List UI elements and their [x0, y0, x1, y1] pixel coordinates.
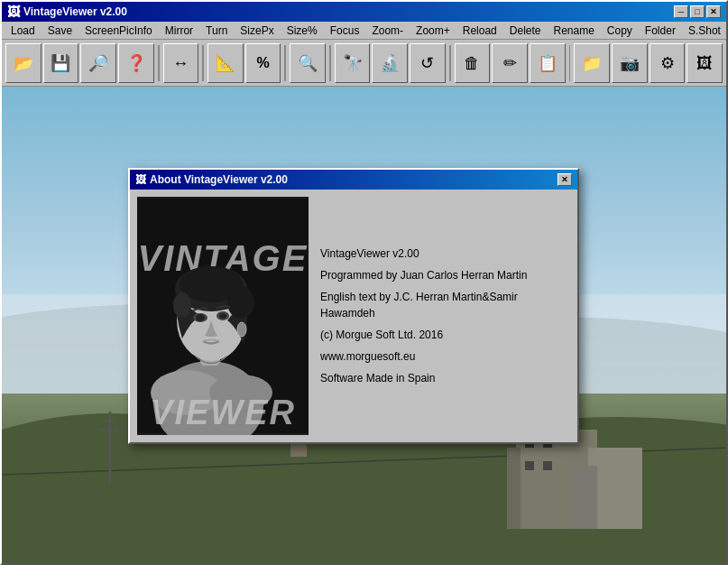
about-title-left: 🖼 About VintageViewer v2.00 — [135, 173, 288, 186]
toolbar-sep3 — [284, 45, 286, 81]
menu-sizepct[interactable]: Size% — [281, 23, 323, 39]
info-icon: 🔎 — [88, 55, 108, 71]
toolbar-sep1 — [158, 45, 160, 81]
toolbar-sizepct-btn[interactable]: % — [245, 43, 281, 83]
menu-focus[interactable]: Focus — [325, 23, 365, 39]
toolbar-folder-btn[interactable]: 📁 — [574, 43, 610, 83]
about-dialog-title-bar: 🖼 About VintageViewer v2.00 ✕ — [130, 170, 577, 190]
mirror-icon: ↔ — [172, 55, 189, 71]
load-icon: 📂 — [14, 55, 33, 71]
toolbar: 📂 💾 🔎 ❓ ↔ 📐 % 🔍 🔭 🔬 — [2, 40, 726, 87]
menu-zoomplus[interactable]: Zoom+ — [410, 23, 456, 39]
toolbar-zoomplus-btn[interactable]: 🔬 — [372, 43, 408, 83]
svg-rect-13 — [570, 466, 597, 529]
zoomplus-icon: 🔬 — [380, 55, 400, 71]
toolbar-sizepx-btn[interactable]: 📐 — [207, 43, 244, 83]
about-dialog-title: About VintageViewer v2.00 — [150, 173, 288, 186]
zoomminus-icon: 🔭 — [343, 55, 363, 71]
toolbar-sep5 — [449, 45, 451, 81]
toolbar-copy-btn[interactable]: 📋 — [530, 43, 566, 83]
save-icon: 💾 — [51, 55, 70, 71]
toolbar-sep6 — [569, 45, 571, 81]
toolbar-rename-btn[interactable]: ✏ — [492, 43, 528, 83]
menu-sshot[interactable]: S.Shot — [683, 23, 726, 39]
about-line-3: English text by J.C. Herran Martin&Samir… — [320, 289, 566, 321]
menu-copy[interactable]: Copy — [602, 23, 638, 39]
rename-icon: ✏ — [503, 55, 517, 71]
background-scene: 🖼 About VintageViewer v2.00 ✕ — [2, 87, 726, 563]
toolbar-reload-btn[interactable]: ↺ — [410, 43, 446, 83]
about-icon: 🖼 — [696, 55, 713, 71]
toolbar-help-btn[interactable]: ❓ — [118, 43, 154, 83]
window-title: VintageViewer v2.00 — [23, 5, 127, 18]
about-dialog-icon: 🖼 — [135, 173, 146, 186]
content-area: 🖼 About VintageViewer v2.00 ✕ — [2, 87, 726, 563]
toolbar-prefs-btn[interactable]: ⚙ — [650, 43, 686, 83]
about-close-button[interactable]: ✕ — [558, 173, 572, 186]
woman-illustration: VINTAGE — [137, 197, 309, 435]
about-dialog: 🖼 About VintageViewer v2.00 ✕ — [128, 168, 579, 444]
menu-sizepx[interactable]: SizePx — [235, 23, 279, 39]
minimize-button[interactable]: ─ — [674, 5, 688, 18]
svg-point-33 — [196, 314, 205, 321]
main-window: 🖼 VintageViewer v2.00 ─ □ ✕ Load Save Sc… — [0, 0, 728, 565]
delete-icon: 🗑 — [464, 55, 480, 71]
toolbar-sep4 — [329, 45, 331, 81]
maximize-button[interactable]: □ — [690, 5, 705, 18]
menu-reload[interactable]: Reload — [457, 23, 502, 39]
about-line-4: (c) Morgue Soft Ltd. 2016 — [320, 327, 566, 343]
title-bar-buttons: ─ □ ✕ — [674, 5, 721, 18]
title-bar: 🖼 VintageViewer v2.00 ─ □ ✕ — [2, 2, 726, 22]
about-content: VINTAGE — [130, 190, 577, 442]
svg-text:VIEWER: VIEWER — [150, 394, 296, 431]
menu-mirror[interactable]: Mirror — [160, 23, 198, 39]
folder-icon: 📁 — [582, 55, 602, 71]
toolbar-sep2 — [202, 45, 204, 81]
close-button[interactable]: ✕ — [706, 5, 721, 18]
toolbar-mirror-btn[interactable]: ↔ — [163, 43, 199, 83]
about-image-area: VINTAGE — [137, 197, 309, 435]
menu-screenpicinfo[interactable]: ScreenPicInfo — [79, 23, 158, 39]
menu-zoomminus[interactable]: Zoom- — [366, 23, 409, 39]
toolbar-about-btn[interactable]: 🖼 — [687, 43, 723, 83]
svg-point-35 — [219, 313, 226, 319]
copy-icon: 📋 — [538, 55, 558, 71]
about-line-6: Software Made in Spain — [320, 370, 566, 386]
menu-folder[interactable]: Folder — [640, 23, 681, 39]
toolbar-focus-btn[interactable]: 🔍 — [290, 43, 326, 83]
help-icon: ❓ — [126, 55, 146, 71]
menu-rename[interactable]: Rename — [548, 23, 599, 39]
toolbar-save-btn[interactable]: 💾 — [43, 43, 79, 83]
about-line-2: Programmed by Juan Carlos Herran Martin — [320, 267, 566, 283]
toolbar-delete-btn[interactable]: 🗑 — [455, 43, 491, 83]
svg-point-38 — [237, 322, 246, 337]
menu-load[interactable]: Load — [5, 23, 41, 39]
menu-turn[interactable]: Turn — [200, 23, 233, 39]
toolbar-screenshot-btn[interactable]: 📷 — [612, 43, 648, 83]
reload-icon: ↺ — [420, 55, 434, 71]
svg-point-30 — [227, 286, 254, 319]
svg-rect-18 — [543, 461, 552, 470]
focus-icon: 🔍 — [298, 55, 318, 71]
screenshot-icon: 📷 — [620, 55, 640, 71]
toolbar-info-btn[interactable]: 🔎 — [80, 43, 116, 83]
menu-bar: Load Save ScreenPicInfo Mirror Turn Size… — [2, 22, 726, 40]
svg-rect-11 — [507, 448, 521, 529]
sizepx-icon: 📐 — [216, 55, 235, 71]
about-text-area: VintageViewer v2.00 Programmed by Juan C… — [316, 197, 570, 435]
about-line-5: www.morguesoft.eu — [320, 348, 566, 365]
sizepct-icon: % — [256, 56, 269, 70]
prefs-icon: ⚙ — [660, 55, 675, 71]
menu-save[interactable]: Save — [42, 23, 78, 39]
toolbar-zoomminus-btn[interactable]: 🔭 — [335, 43, 371, 83]
svg-rect-17 — [525, 461, 534, 470]
menu-delete[interactable]: Delete — [504, 23, 547, 39]
about-line-1: VintageViewer v2.00 — [320, 245, 566, 262]
app-icon: 🖼 — [7, 5, 20, 19]
title-bar-left: 🖼 VintageViewer v2.00 — [7, 5, 127, 19]
svg-point-31 — [173, 292, 191, 318]
toolbar-load-btn[interactable]: 📂 — [5, 43, 41, 83]
